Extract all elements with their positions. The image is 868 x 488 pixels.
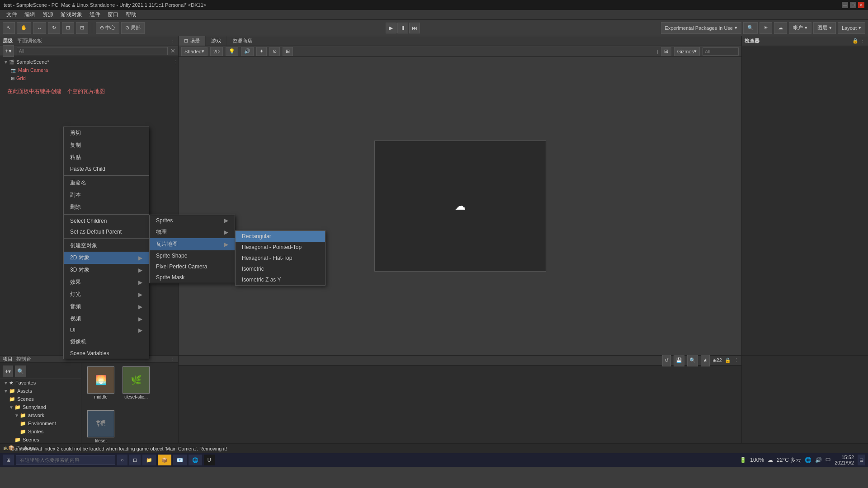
grid-snap-toggle[interactable]: ⊞ xyxy=(283,47,293,56)
layers-button[interactable]: 图层 ▾ xyxy=(813,22,836,34)
ctx-delete[interactable]: 删除 xyxy=(64,201,149,213)
ctx-copy[interactable]: 复制 xyxy=(64,139,149,151)
pause-button[interactable]: ⏸ xyxy=(397,23,408,33)
tree-scenes[interactable]: 📁 Scenes xyxy=(0,395,81,403)
effects-toggle[interactable]: ✦ xyxy=(256,47,267,56)
audio-toggle[interactable]: 🔊 xyxy=(241,47,254,56)
layout-button[interactable]: Layout ▾ xyxy=(838,22,865,34)
ctx-set-default-parent[interactable]: Set as Default Parent xyxy=(64,226,149,237)
tilemap-hex-flat[interactable]: Hexagonal - Flat-Top xyxy=(236,253,325,263)
project-add-button[interactable]: +▾ xyxy=(3,366,13,377)
lighting-button[interactable]: ☀ xyxy=(760,22,772,34)
maximize-button[interactable]: □ xyxy=(850,2,856,8)
tree-assets[interactable]: ▼ 📁 Assets xyxy=(0,387,81,395)
hierarchy-more-icon[interactable]: ⋮ xyxy=(170,38,175,44)
close-button[interactable]: ✕ xyxy=(858,2,864,8)
tilemap-isometric-z[interactable]: Isometric Z as Y xyxy=(236,274,325,285)
hierarchy-search-clear[interactable]: ✕ xyxy=(170,47,175,54)
tree-item-maincamera[interactable]: 📷 Main Camera xyxy=(0,66,178,74)
ctx-select-children[interactable]: Select Children xyxy=(64,216,149,226)
menu-gameobject[interactable]: 游戏对象 xyxy=(57,10,86,19)
sub2d-sprites[interactable]: Sprites ▶ xyxy=(150,215,235,226)
transform-rotate-tool[interactable]: ↔ xyxy=(33,22,46,34)
transform-move-tool[interactable]: ✋ xyxy=(17,22,31,34)
ctx-ui[interactable]: UI ▶ xyxy=(64,325,149,336)
project-tab[interactable]: 项目 xyxy=(3,356,13,362)
sub2d-tilemap[interactable]: 瓦片地图 ▶ xyxy=(150,238,235,250)
inspector-tab-label[interactable]: 检查器 xyxy=(745,38,760,44)
asset-refresh-button[interactable]: ↺ xyxy=(662,355,671,366)
account-button[interactable]: 帐户 ▾ xyxy=(789,22,811,34)
ctx-light[interactable]: 灯光 ▶ xyxy=(64,288,149,300)
ctx-audio[interactable]: 音频 ▶ xyxy=(64,300,149,313)
taskbar-mail-button[interactable]: 📧 xyxy=(173,455,187,465)
taskbar-unity-button[interactable]: U xyxy=(204,455,215,465)
ctx-3d-object[interactable]: 3D 对象 ▶ xyxy=(64,264,149,276)
hidden-objects-toggle[interactable]: ⊙ xyxy=(269,47,280,56)
tilemap-hex-pointed[interactable]: Hexagonal - Pointed-Top xyxy=(236,242,325,253)
taskbar-cortana-button[interactable]: ○ xyxy=(117,455,127,465)
experimental-packages-button[interactable]: Experimental Packages In Use ▾ xyxy=(661,22,741,34)
sub2d-pixelperfect[interactable]: Pixel Perfect Camera xyxy=(150,261,235,272)
asset-star-button[interactable]: ★ xyxy=(701,355,710,366)
inspector-lock-icon[interactable]: 🔒 xyxy=(852,38,859,44)
asset-lock-icon[interactable]: 🔒 xyxy=(725,357,731,363)
cloud-button[interactable]: ☁ xyxy=(774,22,787,34)
taskbar-store-button[interactable]: 📦 xyxy=(158,455,171,465)
asset-tileset-slice[interactable]: 🌿 tileset-slic... xyxy=(120,366,152,399)
asset-save-button[interactable]: 💾 xyxy=(674,355,684,366)
project-search-button[interactable]: 🔍 xyxy=(15,366,26,377)
search-toolbar-button[interactable]: 🔍 xyxy=(743,22,758,34)
show-desktop-button[interactable]: ⊟ xyxy=(858,455,865,465)
menu-help[interactable]: 帮助 xyxy=(122,10,140,19)
taskbar-edge-button[interactable]: 🌐 xyxy=(189,455,202,465)
ctx-2d-object[interactable]: 2D 对象 ▶ xyxy=(64,252,149,264)
inspector-more-icon[interactable]: ⋮ xyxy=(860,38,865,44)
color-palette-label[interactable]: 平面调色板 xyxy=(17,38,42,44)
asset-middle[interactable]: 🌅 middle xyxy=(85,366,117,399)
play-button[interactable]: ▶ xyxy=(386,23,396,33)
ctx-paste-as-child[interactable]: Paste As Child xyxy=(64,164,149,174)
hierarchy-tab-label[interactable]: 层级 xyxy=(3,38,13,44)
2d-toggle[interactable]: 2D xyxy=(210,47,223,56)
lighting-toggle[interactable]: 💡 xyxy=(226,47,238,56)
taskbar-search-input[interactable] xyxy=(16,455,115,465)
taskbar-taskview-button[interactable]: ⊡ xyxy=(129,455,141,465)
scene-camera-options[interactable]: ⊞ xyxy=(661,47,671,56)
ctx-cut[interactable]: 剪切 xyxy=(64,127,149,139)
tree-item-grid[interactable]: ⊞ Grid xyxy=(0,74,178,82)
taskbar-explorer-button[interactable]: 📁 xyxy=(142,455,156,465)
sub2d-spriteshape[interactable]: Sprite Shape xyxy=(150,250,235,261)
tree-item-samplescene[interactable]: ▼ 🎬 SampleScene* ⋮ xyxy=(0,58,178,66)
asset-tileset[interactable]: 🗺 tileset xyxy=(85,410,117,443)
asset-search-button[interactable]: 🔍 xyxy=(687,355,698,366)
start-button[interactable]: ⊞ xyxy=(3,455,14,465)
ctx-video[interactable]: 视频 ▶ xyxy=(64,313,149,325)
ctx-rename[interactable]: 重命名 xyxy=(64,177,149,189)
sub2d-physics[interactable]: 物理 ▶ xyxy=(150,226,235,238)
shading-mode-button[interactable]: Shaded ▾ xyxy=(181,47,208,56)
tilemap-isometric[interactable]: Isometric xyxy=(236,263,325,274)
hierarchy-add-button[interactable]: +▾ xyxy=(3,45,14,57)
game-tab[interactable]: 游戏 xyxy=(206,36,227,46)
pivot-center-button[interactable]: ⊕ 中心 xyxy=(96,22,119,34)
menu-file[interactable]: 文件 xyxy=(3,10,21,19)
sub2d-spritemask[interactable]: Sprite Mask xyxy=(150,272,235,283)
menu-component[interactable]: 组件 xyxy=(86,10,104,19)
menu-window[interactable]: 窗口 xyxy=(104,10,122,19)
asset-more-icon[interactable]: ⋮ xyxy=(734,357,739,363)
minimize-button[interactable]: — xyxy=(842,2,848,8)
tree-environment[interactable]: 📁 Environment xyxy=(0,419,81,427)
ctx-scene-variables[interactable]: Scene Variables xyxy=(64,348,149,359)
tree-artwork[interactable]: ▼ 📁 artwork xyxy=(0,411,81,419)
tree-sunnyland-scenes[interactable]: 📁 Scenes xyxy=(0,436,81,444)
ctx-create-empty[interactable]: 创建空对象 xyxy=(64,239,149,252)
scene-options-icon[interactable]: ⋮ xyxy=(174,60,178,65)
tree-sunnyland[interactable]: ▼ 📁 Sunnyland xyxy=(0,403,81,411)
menu-edit[interactable]: 编辑 xyxy=(21,10,39,19)
gizmos-button[interactable]: Gizmos ▾ xyxy=(674,47,700,56)
console-tab[interactable]: 控制台 xyxy=(16,356,31,362)
ctx-paste[interactable]: 粘贴 xyxy=(64,151,149,164)
ctx-camera[interactable]: 摄像机 xyxy=(64,336,149,348)
ctx-effects[interactable]: 效果 ▶ xyxy=(64,276,149,288)
